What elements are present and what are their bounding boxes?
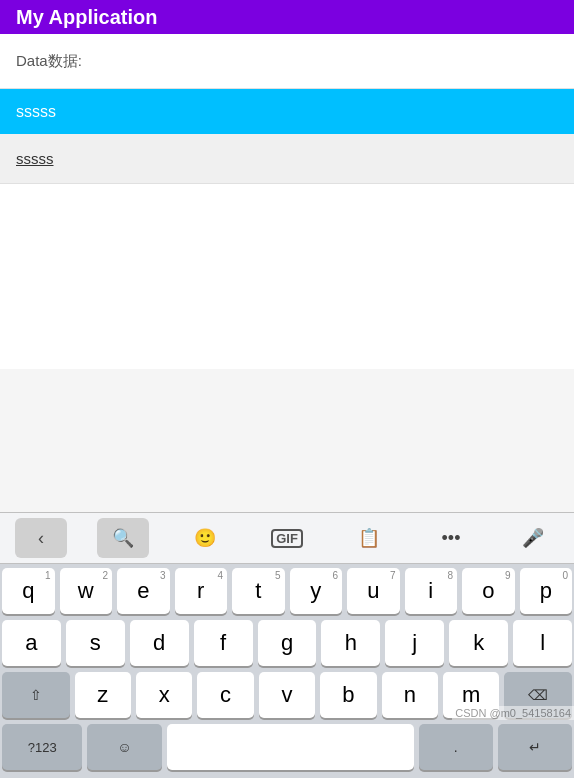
data-label-area: Data数据:: [0, 34, 574, 89]
key-g[interactable]: g: [258, 620, 317, 666]
mic-button[interactable]: 🎤: [507, 518, 559, 558]
key-i[interactable]: 8i: [405, 568, 458, 614]
list-item-text: sssss: [16, 150, 54, 167]
app-title: My Application: [16, 6, 157, 29]
keyboard: ‹ 🔍 🙂 GIF 📋 ••• 🎤 1q 2w 3e 4r 5t 6y: [0, 512, 574, 778]
key-b[interactable]: b: [320, 672, 376, 718]
key-rows: 1q 2w 3e 4r 5t 6y 7u 8i 9o 0p a s d f g …: [0, 564, 574, 770]
key-row-4: ?123 ☺ . ↵: [2, 724, 572, 770]
selected-item-text: sssss: [16, 103, 56, 121]
key-y[interactable]: 6y: [290, 568, 343, 614]
key-c[interactable]: c: [197, 672, 253, 718]
key-s[interactable]: s: [66, 620, 125, 666]
key-t[interactable]: 5t: [232, 568, 285, 614]
clipboard-button[interactable]: 📋: [343, 518, 395, 558]
clipboard-icon: 📋: [358, 527, 380, 549]
emoji-icon: 🙂: [194, 527, 216, 549]
key-e[interactable]: 3e: [117, 568, 170, 614]
key-p[interactable]: 0p: [520, 568, 573, 614]
more-button[interactable]: •••: [425, 518, 477, 558]
mic-icon: 🎤: [522, 527, 544, 549]
key-l[interactable]: l: [513, 620, 572, 666]
numbers-label: ?123: [28, 740, 57, 755]
key-a[interactable]: a: [2, 620, 61, 666]
gif-button[interactable]: GIF: [261, 518, 313, 558]
app-header: My Application: [0, 0, 574, 34]
key-row-1: 1q 2w 3e 4r 5t 6y 7u 8i 9o 0p: [2, 568, 572, 614]
keyboard-toolbar: ‹ 🔍 🙂 GIF 📋 ••• 🎤: [0, 512, 574, 564]
empty-area: [0, 184, 574, 369]
period-label: .: [454, 739, 458, 755]
watermark: CSDN @m0_54158164: [452, 706, 574, 720]
search-icon: 🔍: [112, 527, 134, 549]
key-x[interactable]: x: [136, 672, 192, 718]
data-label: Data数据:: [16, 52, 82, 71]
key-n[interactable]: n: [382, 672, 438, 718]
key-q[interactable]: 1q: [2, 568, 55, 614]
key-o[interactable]: 9o: [462, 568, 515, 614]
back-icon: ‹: [38, 528, 44, 549]
numbers-key[interactable]: ?123: [2, 724, 82, 770]
key-f[interactable]: f: [194, 620, 253, 666]
back-button[interactable]: ‹: [15, 518, 67, 558]
key-d[interactable]: d: [130, 620, 189, 666]
more-icon: •••: [442, 528, 461, 549]
enter-icon: ↵: [529, 739, 541, 755]
space-key[interactable]: [167, 724, 414, 770]
emoji2-key[interactable]: ☺: [87, 724, 161, 770]
search-button[interactable]: 🔍: [97, 518, 149, 558]
enter-key[interactable]: ↵: [498, 724, 572, 770]
gif-label: GIF: [271, 529, 303, 548]
period-key[interactable]: .: [419, 724, 493, 770]
key-j[interactable]: j: [385, 620, 444, 666]
list-item[interactable]: sssss: [0, 134, 574, 184]
emoji2-icon: ☺: [117, 739, 131, 755]
key-r[interactable]: 4r: [175, 568, 228, 614]
emoji-button[interactable]: 🙂: [179, 518, 231, 558]
shift-key[interactable]: ⇧: [2, 672, 70, 718]
key-row-2: a s d f g h j k l: [2, 620, 572, 666]
key-v[interactable]: v: [259, 672, 315, 718]
key-h[interactable]: h: [321, 620, 380, 666]
selected-item[interactable]: sssss: [0, 89, 574, 134]
shift-icon: ⇧: [30, 687, 42, 703]
key-w[interactable]: 2w: [60, 568, 113, 614]
key-k[interactable]: k: [449, 620, 508, 666]
key-u[interactable]: 7u: [347, 568, 400, 614]
backspace-icon: ⌫: [528, 687, 548, 703]
key-z[interactable]: z: [75, 672, 131, 718]
